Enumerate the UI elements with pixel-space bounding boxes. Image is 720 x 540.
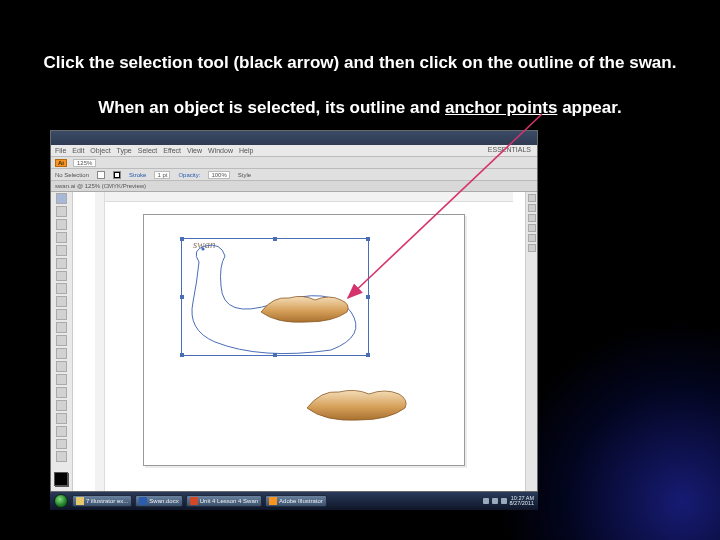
workspace-switcher[interactable]: ESSENTIALS [488,146,531,153]
selection-tool[interactable] [56,193,67,204]
pencil-tool[interactable] [56,309,67,320]
document-tab[interactable]: swan.ai @ 125% (CMYK/Preview) [55,183,146,189]
tray-icon-2[interactable] [492,498,498,504]
perspective-grid-tool[interactable] [56,413,67,424]
panel-button-3[interactable] [528,214,536,222]
slide: Click the selection tool (black arrow) a… [0,0,720,540]
control-bar-2[interactable]: No Selection Stroke 1 pt Opacity: 100% S… [51,169,537,181]
swan-wing-upper[interactable] [259,292,351,324]
menu-window[interactable]: Window [208,147,233,154]
lasso-tool[interactable] [56,232,67,243]
ruler-vertical[interactable] [95,192,105,491]
fill-swatch[interactable] [97,171,105,179]
panel-button-1[interactable] [528,194,536,202]
rotate-tool[interactable] [56,348,67,359]
opacity-value[interactable]: 100% [208,171,229,179]
menu-effect[interactable]: Effect [163,147,181,154]
start-button[interactable] [54,494,68,508]
taskbar-item-1-label: Swan.docx [149,498,178,504]
selection-state: No Selection [55,172,89,178]
instruction-line-1: Click the selection tool (black arrow) a… [0,52,720,73]
taskbar-item-3[interactable]: Adobe Illustrator [265,495,327,507]
tray-icon-3[interactable] [501,498,507,504]
taskbar-item-2-label: Unit 4 Lesson 4 Swan [200,498,258,504]
powerpoint-icon [190,497,198,505]
menu-help[interactable]: Help [239,147,253,154]
svg-point-0 [201,247,204,250]
menubar[interactable]: File Edit Object Type Select Effect View… [51,145,537,157]
taskbar-item-1[interactable]: Swan.docx [135,495,182,507]
menu-file[interactable]: File [55,147,66,154]
panel-button-6[interactable] [528,244,536,252]
pen-tool[interactable] [56,245,67,256]
tray-icon-1[interactable] [483,498,489,504]
stroke-swatch[interactable] [113,171,121,179]
tools-panel[interactable] [51,192,73,491]
stroke-weight[interactable]: 1 pt [154,171,170,179]
width-tool[interactable] [56,374,67,385]
windows-taskbar[interactable]: 7 illustrator ex... Swan.docx Unit 4 Les… [50,492,538,510]
opacity-label[interactable]: Opacity: [178,172,200,178]
stroke-proxy[interactable] [54,472,68,486]
clock-date: 8/27/2011 [510,501,534,507]
blob-brush-tool[interactable] [56,322,67,333]
taskbar-item-0[interactable]: 7 illustrator ex... [72,495,132,507]
control-bar-1[interactable]: Ai 125% [51,157,537,169]
taskbar-clock[interactable]: 10:27 AM 8/27/2011 [510,496,534,507]
taskbar-item-3-label: Adobe Illustrator [279,498,323,504]
type-tool[interactable] [56,258,67,269]
menu-select[interactable]: Select [138,147,157,154]
word-icon [139,497,147,505]
instruction-line-2: When an object is selected, its outline … [0,98,720,118]
fill-stroke-proxy[interactable] [51,469,72,491]
mesh-tool[interactable] [56,426,67,437]
zoom-level[interactable]: 125% [73,159,96,167]
magic-wand-tool[interactable] [56,219,67,230]
window-titlebar[interactable] [51,131,537,145]
panel-dock[interactable] [525,192,537,491]
direct-selection-tool[interactable] [56,206,67,217]
eyedropper-tool[interactable] [56,451,67,462]
gradient-tool[interactable] [56,439,67,450]
rectangle-tool[interactable] [56,283,67,294]
instruction-line-2-pre: When an object is selected, its outline … [98,98,445,117]
line-tool[interactable] [56,271,67,282]
instruction-line-2-underlined: anchor points [445,98,557,117]
stroke-label[interactable]: Stroke [129,172,146,178]
app-icon[interactable]: Ai [55,159,67,167]
document-tab-strip[interactable]: swan.ai @ 125% (CMYK/Preview) [51,181,537,192]
style-label[interactable]: Style [238,172,251,178]
free-transform-tool[interactable] [56,387,67,398]
folder-icon [76,497,84,505]
panel-button-4[interactable] [528,224,536,232]
scale-tool[interactable] [56,361,67,372]
illustrator-icon [269,497,277,505]
taskbar-item-2[interactable]: Unit 4 Lesson 4 Swan [186,495,262,507]
system-tray[interactable]: 10:27 AM 8/27/2011 [483,496,538,507]
menu-object[interactable]: Object [90,147,110,154]
menu-edit[interactable]: Edit [72,147,84,154]
illustrator-window: File Edit Object Type Select Effect View… [50,130,538,492]
swan-selection[interactable] [181,238,369,356]
swan-wing-lower[interactable] [305,386,409,424]
canvas[interactable]: swan [73,192,525,491]
menu-type[interactable]: Type [117,147,132,154]
work-area: swan [51,192,537,491]
shape-builder-tool[interactable] [56,400,67,411]
ruler-horizontal[interactable] [95,192,513,202]
taskbar-item-0-label: 7 illustrator ex... [86,498,128,504]
eraser-tool[interactable] [56,335,67,346]
panel-button-2[interactable] [528,204,536,212]
panel-button-5[interactable] [528,234,536,242]
instruction-line-2-post: appear. [557,98,621,117]
paintbrush-tool[interactable] [56,296,67,307]
menu-view[interactable]: View [187,147,202,154]
